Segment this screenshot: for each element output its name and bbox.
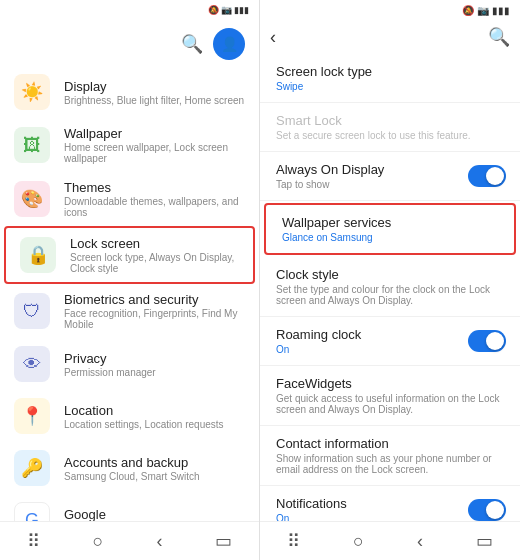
clock-style-sub: Set the type and colour for the clock on… [276,284,504,306]
biometrics-icon: 🛡 [14,293,50,329]
google-title: Google [64,507,245,522]
wallpaper-services-sub: Glance on Samsung [282,232,498,243]
sidebar-item-themes[interactable]: 🎨 Themes Downloadable themes, wallpapers… [0,172,259,226]
display-sub: Brightness, Blue light filter, Home scre… [64,95,245,106]
themes-title: Themes [64,180,245,195]
sidebar-item-lockscreen[interactable]: 🔒 Lock screen Screen lock type, Always O… [4,226,255,284]
google-icon: G [14,502,50,521]
search-icon[interactable]: 🔍 [181,33,203,55]
nav-bar-right: ⠿ ○ ‹ ▭ [260,521,520,560]
right-panel: 🔕 📷 ▮▮▮ ‹ 🔍 Screen lock type Swipe Smart… [260,0,520,560]
privacy-sub: Permission manager [64,367,245,378]
sidebar-item-biometrics[interactable]: 🛡 Biometrics and security Face recogniti… [0,284,259,338]
right-item-roaming-clock[interactable]: Roaming clock On [260,317,520,366]
lockscreen-title: Lock screen [70,236,239,251]
right-item-wallpaper-services[interactable]: Wallpaper services Glance on Samsung [264,203,516,255]
notifications-toggle[interactable] [468,499,506,521]
display-icon: ☀️ [14,74,50,110]
right-header: ‹ 🔍 [260,20,520,54]
nav-back-right[interactable]: ‹ [417,531,423,552]
back-button[interactable]: ‹ [270,27,276,48]
nav-home-right[interactable]: ○ [353,531,364,552]
sidebar-item-display[interactable]: ☀️ Display Brightness, Blue light filter… [0,66,259,118]
right-item-clock-style[interactable]: Clock style Set the type and colour for … [260,257,520,317]
right-content: Screen lock type Swipe Smart Lock Set a … [260,54,520,521]
themes-icon: 🎨 [14,181,50,217]
contact-information-sub: Show information such as your phone numb… [276,453,504,475]
status-icons-right: 🔕 📷 ▮▮▮ [462,5,510,16]
accounts-icon: 🔑 [14,450,50,486]
nav-recents[interactable]: ⠿ [27,530,40,552]
left-panel: 🔕 📷 ▮▮▮ 🔍 👤 ☀️ Display Brightness, Blue … [0,0,260,560]
settings-list: ☀️ Display Brightness, Blue light filter… [0,66,259,521]
biometrics-sub: Face recognition, Fingerprints, Find My … [64,308,245,330]
settings-header: 🔍 👤 [0,20,259,66]
sidebar-item-google[interactable]: G Google Google settings [0,494,259,521]
wallpaper-sub: Home screen wallpaper, Lock screen wallp… [64,142,245,164]
sidebar-item-privacy[interactable]: 👁 Privacy Permission manager [0,338,259,390]
location-icon: 📍 [14,398,50,434]
right-item-contact-information[interactable]: Contact information Show information suc… [260,426,520,486]
right-search-icon[interactable]: 🔍 [488,26,510,48]
accounts-title: Accounts and backup [64,455,245,470]
nav-back[interactable]: ‹ [156,531,162,552]
location-sub: Location settings, Location requests [64,419,245,430]
screen-lock-type-title: Screen lock type [276,64,504,79]
themes-sub: Downloadable themes, wallpapers, and ico… [64,196,245,218]
sidebar-item-location[interactable]: 📍 Location Location settings, Location r… [0,390,259,442]
clock-style-title: Clock style [276,267,504,282]
lockscreen-sub: Screen lock type, Always On Display, Clo… [70,252,239,274]
always-on-display-toggle[interactable] [468,165,506,187]
wallpaper-services-title: Wallpaper services [282,215,498,230]
status-bar-left: 🔕 📷 ▮▮▮ [0,0,259,20]
biometrics-title: Biometrics and security [64,292,245,307]
right-item-facewidgets[interactable]: FaceWidgets Get quick access to useful i… [260,366,520,426]
display-title: Display [64,79,245,94]
nav-screenshot-right[interactable]: ▭ [476,530,493,552]
privacy-icon: 👁 [14,346,50,382]
nav-bar-left: ⠿ ○ ‹ ▭ [0,521,259,560]
contact-information-title: Contact information [276,436,504,451]
wallpaper-icon: 🖼 [14,127,50,163]
right-item-screen-lock-type[interactable]: Screen lock type Swipe [260,54,520,103]
nav-screenshot[interactable]: ▭ [215,530,232,552]
right-item-notifications[interactable]: Notifications On [260,486,520,521]
right-item-always-on-display[interactable]: Always On Display Tap to show [260,152,520,201]
roaming-clock-toggle[interactable] [468,330,506,352]
privacy-title: Privacy [64,351,245,366]
smart-lock-sub: Set a secure screen lock to use this fea… [276,130,504,141]
sidebar-item-wallpaper[interactable]: 🖼 Wallpaper Home screen wallpaper, Lock … [0,118,259,172]
profile-avatar[interactable]: 👤 [213,28,245,60]
header-icons: 🔍 👤 [181,28,245,60]
right-item-smart-lock[interactable]: Smart Lock Set a secure screen lock to u… [260,103,520,152]
wallpaper-title: Wallpaper [64,126,245,141]
accounts-sub: Samsung Cloud, Smart Switch [64,471,245,482]
sidebar-item-accounts[interactable]: 🔑 Accounts and backup Samsung Cloud, Sma… [0,442,259,494]
facewidgets-sub: Get quick access to useful information o… [276,393,504,415]
screen-lock-type-sub: Swipe [276,81,504,92]
location-title: Location [64,403,245,418]
right-header-left: ‹ [270,27,282,48]
nav-home[interactable]: ○ [93,531,104,552]
nav-recents-right[interactable]: ⠿ [287,530,300,552]
lockscreen-icon: 🔒 [20,237,56,273]
facewidgets-title: FaceWidgets [276,376,504,391]
status-bar-right: 🔕 📷 ▮▮▮ [260,0,520,20]
status-icons-left: 🔕 📷 ▮▮▮ [208,5,249,15]
smart-lock-title: Smart Lock [276,113,504,128]
